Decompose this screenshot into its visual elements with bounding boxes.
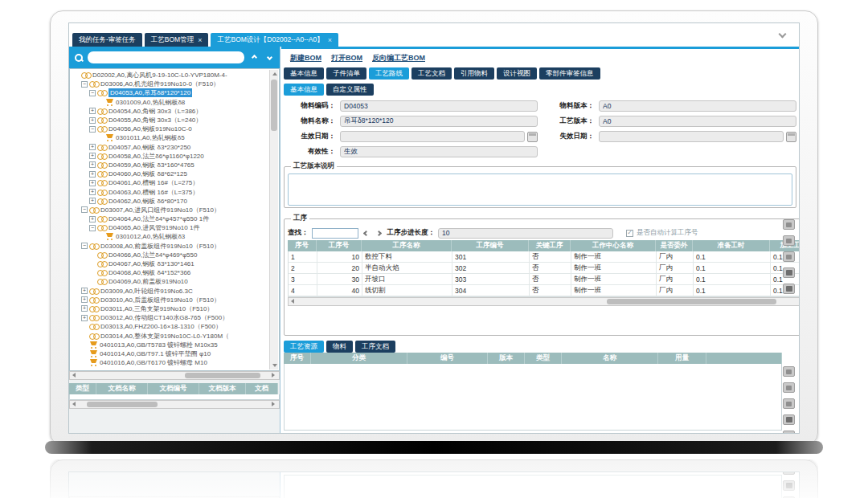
tab-6[interactable]: 设计视图 — [497, 67, 537, 80]
expand-icon[interactable]: + — [89, 171, 96, 178]
tree-node[interactable]: 0301012,A0,热轧钢板δ3 — [72, 232, 268, 241]
calendar-icon[interactable] — [527, 132, 538, 142]
table-toolbar-button-5[interactable] — [783, 431, 795, 434]
process-row[interactable]: 440线切割304否制作一班厂内0.10.1 — [289, 285, 800, 296]
tree-node[interactable]: +D04063,A0,槽钢 16#（L=375） — [72, 187, 268, 196]
subtab-1[interactable]: 基本信息 — [284, 84, 324, 96]
tree-node[interactable]: +D04058,A0,法兰δ6*φ1160*φ1220 — [72, 152, 268, 161]
scrollbar-thumb[interactable] — [185, 373, 260, 378]
collapse-icon[interactable]: − — [89, 225, 96, 231]
document-table-scrollbar[interactable] — [69, 400, 280, 409]
expand-icon[interactable]: + — [81, 288, 88, 294]
reverse-bom-link[interactable]: 反向编工艺BOM — [372, 53, 425, 63]
tree-node[interactable]: D04066,A0,法兰δ4*φ469*φ550 — [72, 251, 268, 259]
material-version-field[interactable] — [599, 100, 796, 112]
tree-node[interactable]: −D04065,A0,进风管919No10 1件 — [72, 223, 268, 232]
tab-7[interactable]: 零部件审签信息 — [539, 67, 600, 80]
tree-node[interactable]: 0301009,A0,热轧钢板δ8 — [72, 98, 268, 107]
tree-node[interactable]: D03014,A0,整体支架919No10C-L0-Y180M（ — [72, 331, 268, 340]
expand-icon[interactable]: + — [89, 180, 96, 186]
tree-node[interactable]: −D04053,A0,吊耳δ8*120*120 — [72, 88, 268, 97]
collapse-icon[interactable]: − — [81, 81, 88, 88]
tree-node[interactable]: +D03009,A0,叶轮组件919No6.3C — [72, 287, 268, 296]
search-next-button[interactable] — [264, 52, 275, 63]
window-tab-3[interactable]: 工艺BOM设计【D02002--A0--A0】× — [211, 33, 338, 47]
expand-icon[interactable]: + — [89, 117, 96, 124]
bottom-tab-1[interactable]: 工艺资源 — [284, 341, 324, 353]
expand-icon[interactable]: + — [89, 216, 96, 222]
expand-icon[interactable]: + — [81, 315, 88, 321]
auto-calc-checkbox[interactable]: ✓ — [626, 230, 633, 237]
scroll-left-icon[interactable] — [71, 372, 79, 379]
tree-node[interactable]: +D03012,A0,传动组CT140水G8-765（F500） — [72, 313, 268, 322]
validity-field[interactable] — [340, 146, 538, 157]
tree-node[interactable]: D02002,A0,离心风机9-19-10C-L0-YVP180M-4- — [72, 71, 268, 80]
table-toolbar-button-4[interactable] — [783, 414, 795, 425]
tree-node[interactable]: −D03007,A0,进风口组件919No10（F510） — [72, 206, 268, 214]
tree-search-input[interactable] — [88, 51, 244, 63]
calendar-icon[interactable] — [786, 132, 796, 142]
tab-3[interactable]: 工艺路线 — [369, 67, 409, 80]
tree-node[interactable]: +D04061,A0,槽钢 16#（L=275） — [72, 178, 268, 187]
tree-node[interactable]: +D04062,A0,钢板 δ6*80*170 — [72, 197, 268, 206]
collapse-icon[interactable]: − — [81, 243, 88, 249]
tree-node[interactable]: +D04064,A0,法兰δ4*φ457*φ550 1件 — [72, 214, 268, 223]
expand-icon[interactable]: + — [89, 161, 96, 168]
tree-node[interactable]: 0401013,A0,GB/T5783 镀锌螺栓 M10x35 — [72, 341, 268, 349]
collapse-icon[interactable]: − — [89, 90, 96, 96]
search-prev-button[interactable] — [248, 52, 260, 63]
scroll-right-icon[interactable] — [270, 372, 278, 379]
material-name-field[interactable] — [340, 116, 538, 127]
new-bom-link[interactable]: 新建BOM — [290, 53, 321, 63]
process-row[interactable]: 330开坡口303否制作一班厂内0.10.1 — [289, 274, 800, 285]
step-length-input[interactable] — [438, 228, 613, 239]
tree-node[interactable]: +D04055,A0,角钢 30x3（L=240） — [72, 116, 268, 124]
tree-node[interactable]: 0301011,A0,热轧钢板δ5 — [72, 133, 268, 142]
tree-vertical-scrollbar[interactable] — [269, 70, 278, 369]
scroll-right-icon[interactable] — [270, 401, 278, 408]
table-toolbar-button-2[interactable] — [783, 235, 795, 246]
table-toolbar-button-2[interactable] — [783, 382, 795, 393]
subtab-2[interactable]: 自定义属性 — [326, 84, 374, 96]
window-tab-1[interactable]: 我的任务-审签任务 — [72, 33, 142, 47]
tree-node[interactable]: −D04056,A0,钢板919No10C-0 — [72, 124, 268, 133]
table-toolbar-button-1[interactable] — [783, 219, 795, 230]
table-toolbar-button-4[interactable] — [783, 267, 795, 278]
expand-icon[interactable]: + — [89, 144, 96, 150]
tree-node[interactable]: +D03011,A0,三角支架919No10（F510） — [72, 304, 268, 313]
find-prev-button[interactable] — [362, 228, 371, 238]
scroll-left-icon[interactable] — [71, 401, 79, 408]
tree-node[interactable]: +D04059,A0,钢板 δ3*160*4765 — [72, 161, 268, 169]
table-toolbar-button-3[interactable] — [783, 398, 795, 409]
window-collapse-button[interactable] — [780, 26, 791, 33]
tree-node[interactable]: 0401016,A0,GB/T6170 镀锌螺母 M10 — [72, 358, 268, 367]
expand-icon[interactable]: + — [89, 108, 96, 114]
bottom-tab-2[interactable]: 物料 — [326, 341, 353, 353]
tree-node[interactable]: +D04057,A0,钢板 δ3*230*250 — [72, 143, 268, 152]
process-row[interactable]: 110数控下料301否制作一班厂内0.10.1 — [289, 251, 800, 263]
tab-1[interactable]: 基本信息 — [284, 67, 324, 80]
tree-node[interactable]: −D03008,A0,前盖板组件919No10（F510） — [72, 242, 268, 251]
scrollbar-thumb[interactable] — [271, 80, 277, 131]
tab-4[interactable]: 工艺文档 — [411, 67, 452, 80]
close-icon[interactable]: × — [328, 37, 332, 43]
process-row[interactable]: 220半自动火焰302否制作一班厂内0.10.1 — [289, 263, 800, 274]
expand-icon[interactable]: + — [89, 198, 96, 204]
tree-node[interactable]: −D03006,A0,机壳组件919No10-0（F510） — [72, 80, 268, 88]
scroll-up-icon[interactable] — [270, 70, 279, 78]
tree-node[interactable]: 0401014,A0,GB/T97.1 镀锌平垫圈 φ10 — [72, 349, 268, 358]
tree-node[interactable]: D04069,A0,前盖板919No10 — [72, 277, 268, 286]
operations-table-scrollbar[interactable] — [288, 297, 800, 306]
expand-icon[interactable]: + — [81, 296, 88, 303]
effective-date-field[interactable] — [340, 131, 525, 142]
expand-icon[interactable]: + — [81, 305, 88, 312]
bottom-tab-3[interactable]: 工序文档 — [355, 341, 395, 353]
tree-node[interactable]: D04067,A0,钢板 δ3*130*1461 — [72, 259, 268, 268]
table-toolbar-button-1[interactable] — [783, 366, 795, 377]
tree-node[interactable]: D04068,A0,钢板 δ4*152*366 — [72, 268, 268, 277]
close-icon[interactable]: × — [198, 37, 202, 43]
window-tab-2[interactable]: 工艺BOM管理× — [145, 33, 209, 47]
tree-node[interactable]: +D03010,A0,后盖板组件919No10（F510） — [72, 296, 268, 304]
open-bom-link[interactable]: 打开BOM — [331, 53, 362, 63]
tree-horizontal-scrollbar[interactable] — [69, 371, 280, 380]
